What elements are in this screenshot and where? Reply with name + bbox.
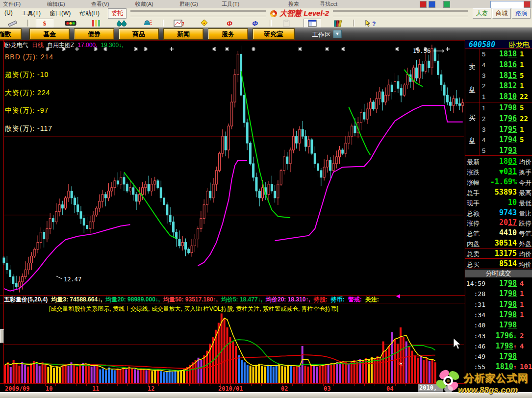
tab-指数[interactable]: 指数 bbox=[0, 28, 22, 40]
level-price: 1794 bbox=[487, 135, 517, 144]
panel-hline bbox=[465, 248, 532, 249]
titlebar-button-路演[interactable]: 路演 bbox=[512, 8, 531, 19]
tab-债券[interactable]: 债券 bbox=[74, 28, 114, 40]
menu-item-帮助(H)[interactable]: 帮助(H) bbox=[75, 8, 104, 19]
main-indicator-value: BBD (万): 214 bbox=[5, 53, 53, 62]
level-price: 1816 bbox=[487, 60, 517, 69]
axis-month-label: 02 bbox=[281, 385, 288, 392]
info-row-涨停: 涨停2017跌停 bbox=[465, 218, 532, 228]
ruler-icon[interactable] bbox=[4, 19, 21, 27]
titlebar-button-大赛[interactable]: 大赛 bbox=[473, 8, 491, 19]
info-label: 内盘 bbox=[467, 240, 480, 249]
alarm-bell-icon[interactable] bbox=[139, 19, 155, 27]
info-right-label: 量比 bbox=[519, 209, 532, 218]
phi-red-icon[interactable]: Φ bbox=[221, 19, 238, 27]
info-value: -1.69% bbox=[482, 177, 517, 186]
sell-row: 518181 bbox=[465, 49, 532, 60]
info-label: 总卖 bbox=[467, 250, 480, 259]
info-right-label: 今开 bbox=[519, 178, 532, 187]
info-label: 总笔 bbox=[467, 229, 480, 238]
panel-hline bbox=[465, 49, 532, 49]
traffic-light-icon[interactable] bbox=[62, 19, 79, 27]
sub-indicator-part: 持币: bbox=[331, 296, 345, 303]
axis-month-label: 04 bbox=[386, 385, 393, 392]
buy-row: 51793 bbox=[465, 146, 532, 156]
time-sales-row: :551810↑101 bbox=[465, 362, 532, 372]
candlestick-chart[interactable]: 19.5612.47 bbox=[0, 40, 465, 392]
tab-研究室[interactable]: 研究室 bbox=[253, 28, 295, 40]
info-row-总手: 总手53893最高 bbox=[465, 187, 532, 198]
menu-item-(U)[interactable]: (U) bbox=[0, 8, 17, 19]
level-price: 1798 bbox=[487, 103, 517, 112]
time-sales-row: :401798 bbox=[465, 320, 532, 330]
tab-基金[interactable]: 基金 bbox=[29, 28, 70, 40]
trade-volume: 4 bbox=[520, 279, 524, 287]
sell-row: 1181022 bbox=[465, 92, 532, 102]
chart-question-icon[interactable]: ? bbox=[170, 19, 187, 27]
info-label: 涨幅 bbox=[467, 178, 480, 187]
date-axis: 2010, 2009/091011122010/01020304 bbox=[0, 384, 465, 392]
info-label: 总手 bbox=[467, 189, 480, 198]
level-price: 1796 bbox=[487, 114, 517, 123]
buy-row: 417945 bbox=[465, 135, 532, 146]
tab-商品[interactable]: 商品 bbox=[119, 28, 159, 40]
trade-direction-arrow: ↓ bbox=[513, 333, 517, 340]
level-volume: 1 bbox=[520, 50, 524, 58]
app-title: 大智慧 Level-2 bbox=[270, 9, 329, 18]
window-layout-icon[interactable] bbox=[304, 19, 321, 27]
tab-新闻[interactable]: 新闻 bbox=[163, 28, 203, 40]
level-volume: 22 bbox=[520, 115, 528, 123]
info-value: 13175 bbox=[482, 249, 517, 258]
phi-blue-icon[interactable]: Φ bbox=[247, 19, 263, 27]
menu-item-工具(T)[interactable]: 工具(T) bbox=[17, 8, 45, 19]
titlebar-button-商城[interactable]: 商城 bbox=[492, 8, 511, 19]
chart-header-part: 19.300↓, bbox=[101, 42, 123, 49]
svg-text:19.56: 19.56 bbox=[413, 48, 431, 54]
info-label: 现手 bbox=[467, 199, 480, 208]
info-label: 最新 bbox=[467, 158, 480, 167]
dollar-icon[interactable]: $ bbox=[36, 19, 53, 27]
binoculars-icon[interactable] bbox=[113, 19, 130, 27]
tab-bar: 工作区 ▼ 指数基金债券商品新闻服务研究室 bbox=[0, 27, 532, 40]
info-value: 10 bbox=[482, 198, 517, 207]
info-row-总笔: 总笔4410每笔 bbox=[465, 228, 532, 238]
books-icon[interactable] bbox=[330, 19, 347, 27]
main-indicator-value: 超资(万): -10 bbox=[5, 71, 49, 79]
time-sales-row: :431796↓2 bbox=[465, 331, 532, 341]
buy-row: 317951 bbox=[465, 124, 532, 135]
watermark-url: www.88gs.com bbox=[458, 385, 518, 395]
sell-row: 218121 bbox=[465, 81, 532, 92]
toolbar-separator bbox=[162, 20, 164, 26]
level-price: 1818 bbox=[487, 50, 517, 58]
level-price: 1812 bbox=[487, 81, 517, 90]
sub-indicator-part: 均价5: 18.477↓, bbox=[221, 296, 262, 303]
clipboard-icon[interactable] bbox=[278, 19, 295, 27]
level-number: 4 bbox=[482, 136, 485, 144]
pane-splitter-handle[interactable] bbox=[0, 329, 4, 343]
sub-indicator-part: 五彩量价(5,20,4) bbox=[4, 296, 48, 303]
sub-indicator-part: 均量3: 74588.664↓, bbox=[51, 296, 102, 303]
trade-time: :28 bbox=[465, 290, 485, 298]
diamond-icon[interactable] bbox=[196, 19, 212, 27]
axis-month-label: 03 bbox=[324, 385, 330, 392]
level-price: 1810 bbox=[487, 92, 517, 101]
level-number: 4 bbox=[482, 61, 485, 69]
window-fragment-text: 寻找cct bbox=[320, 0, 337, 8]
level-volume: 5 bbox=[520, 136, 524, 144]
menu-item-窗口(W)[interactable]: 窗口(W) bbox=[45, 8, 75, 19]
tab-服务[interactable]: 服务 bbox=[208, 28, 248, 40]
info-label: 涨停 bbox=[467, 219, 480, 228]
workspace-dropdown[interactable]: ▼ bbox=[333, 30, 342, 38]
broker-entrust-button[interactable]: 委托 bbox=[108, 8, 127, 19]
toolbar-grip[interactable] bbox=[333, 10, 468, 17]
info-row-最新: 最新1803均价 bbox=[465, 156, 532, 167]
buy-row: 117985 bbox=[465, 103, 532, 114]
info-value: 2017 bbox=[482, 218, 517, 227]
color-bars-icon[interactable] bbox=[88, 19, 104, 27]
axis-month-label: 2009/09 bbox=[5, 385, 30, 392]
sub-indicator-description: [成交量和股价关系图示, 黄线上交绿线, 成交量放大, 买入!红柱VOL持股, … bbox=[49, 305, 338, 313]
dazhihui-app-window: 文件(F)编辑(E)查看(V)收藏(A)群组(G)工具(T)搜索寻找cct (U… bbox=[0, 0, 532, 398]
toolbar-grip[interactable] bbox=[130, 10, 266, 17]
help-pointer-icon[interactable]: ? bbox=[361, 19, 378, 27]
sub-indicator-part: 均量50: 93517.180↑, bbox=[163, 296, 218, 303]
